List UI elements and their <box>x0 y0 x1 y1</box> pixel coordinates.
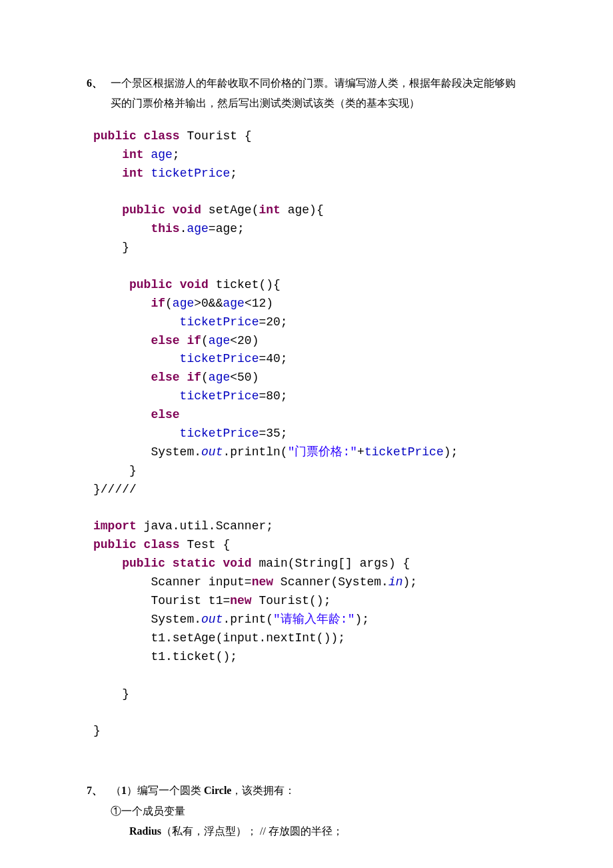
code-token: + <box>357 445 364 459</box>
q7-text: ）编写一个圆类 <box>127 785 204 796</box>
code-token: ( <box>201 371 209 384</box>
code-token: in <box>388 575 403 589</box>
q7-text: ，该类拥有： <box>231 785 295 796</box>
code-token: >0&& <box>194 297 223 310</box>
code-token: ticketPrice <box>93 389 259 403</box>
code-token: Tourist { <box>180 129 252 143</box>
code-token: Scanner(System. <box>273 575 388 589</box>
code-token: ticketPrice <box>93 427 259 440</box>
code-token: else <box>93 334 180 347</box>
code-token: ticket(){ <box>209 278 281 291</box>
q6-line1: 一个景区根据游人的年龄收取不同价格的门票。请编写游人类，根据年龄段决定能够购 <box>111 77 516 89</box>
code-token: java.util.Scanner; <box>137 519 273 533</box>
code-token: Test { <box>180 538 231 551</box>
q7-sub1-text: ①一个成员变量 <box>111 805 185 817</box>
question-7: 7、 （1）编写一个圆类 Circle，该类拥有： <box>87 781 573 801</box>
code-token: setAge( <box>201 203 259 217</box>
code-token: t1.ticket(); <box>93 650 237 663</box>
code-token: void <box>216 557 252 570</box>
code-token: .println( <box>223 445 287 459</box>
code-token: public <box>93 278 173 291</box>
code-token: System. <box>93 613 201 626</box>
code-token: int <box>93 167 144 180</box>
code-token: Tourist(); <box>252 594 331 607</box>
q7-sub2: Radius（私有，浮点型）； // 存放圆的半径； <box>129 821 573 841</box>
code-token: class <box>137 538 180 551</box>
q7-text: 1 <box>121 785 127 796</box>
code-block: public class Tourist { int age; int tick… <box>93 127 573 741</box>
code-token: public <box>93 203 165 217</box>
q7-text: Circle <box>204 785 231 796</box>
code-token: ( <box>165 297 173 310</box>
code-token: Tourist t1= <box>93 594 230 607</box>
question-text: 一个景区根据游人的年龄收取不同价格的门票。请编写游人类，根据年龄段决定能够购 买… <box>111 73 573 114</box>
code-token: static <box>165 557 216 570</box>
code-token: if <box>180 371 201 384</box>
question-6: 6、 一个景区根据游人的年龄收取不同价格的门票。请编写游人类，根据年龄段决定能够… <box>87 73 573 114</box>
code-token: class <box>137 129 180 143</box>
spacer <box>87 761 573 781</box>
code-token: ; <box>173 148 180 161</box>
code-token: age <box>187 222 208 235</box>
code-token: this <box>93 222 180 235</box>
q7-text: （ <box>111 785 121 796</box>
q7-radius-desc: （私有，浮点型）； <box>161 825 257 837</box>
code-token: ticketPrice <box>93 315 259 329</box>
code-token: out <box>201 613 223 626</box>
code-token: age){ <box>281 203 324 217</box>
code-token: else <box>93 371 180 384</box>
code-token: . <box>180 222 187 235</box>
code-token: System. <box>93 445 201 459</box>
document-page: 6、 一个景区根据游人的年龄收取不同价格的门票。请编写游人类，根据年龄段决定能够… <box>0 0 613 868</box>
code-token: <50) <box>230 371 259 384</box>
code-token: =80; <box>259 389 287 403</box>
code-token: if <box>180 334 201 347</box>
code-token: int <box>259 203 280 217</box>
code-token: public <box>93 129 137 143</box>
code-token: out <box>201 445 223 459</box>
code-token: } <box>93 464 137 477</box>
code-token: ( <box>201 334 209 347</box>
code-token: ); <box>444 445 458 459</box>
code-token: else <box>93 408 180 421</box>
code-token: ticketPrice <box>144 167 231 180</box>
code-token: =35; <box>259 427 287 440</box>
question-text: （1）编写一个圆类 Circle，该类拥有： <box>111 781 573 801</box>
code-token: ticketPrice <box>93 352 259 365</box>
code-token: } <box>93 241 129 254</box>
code-token: new <box>230 594 251 607</box>
code-token: age <box>223 297 244 310</box>
code-token: <12) <box>245 297 273 310</box>
code-token: } <box>93 724 101 737</box>
question-number: 6、 <box>87 73 111 114</box>
q7-sub1: ①一个成员变量 <box>111 801 573 821</box>
q7-radius-comment: // 存放圆的半径； <box>257 825 343 837</box>
code-token: "门票价格:" <box>288 445 357 459</box>
code-token: .print( <box>223 613 273 626</box>
code-token: public <box>93 538 137 551</box>
code-token: ; <box>230 167 237 180</box>
code-token: =age; <box>209 222 245 235</box>
code-token: t1.setAge(input.nextInt()); <box>93 631 345 645</box>
q7-radius: Radius <box>129 825 161 837</box>
code-token: <20) <box>230 334 259 347</box>
code-token: new <box>252 575 273 589</box>
code-token: void <box>173 278 209 291</box>
code-token: =20; <box>259 315 287 329</box>
code-token: public <box>93 557 165 570</box>
code-token: } <box>93 687 129 701</box>
code-token: if <box>93 297 165 310</box>
code-token: Scanner input= <box>93 575 252 589</box>
code-token: ); <box>402 575 417 589</box>
code-token: import <box>93 519 137 533</box>
code-token: age <box>209 334 230 347</box>
code-token: ); <box>354 613 369 626</box>
q6-line2: 买的门票价格并输出，然后写出测试类测试该类（类的基本实现） <box>111 97 420 109</box>
question-number: 7、 <box>87 781 111 801</box>
code-token: void <box>165 203 201 217</box>
code-token: =40; <box>259 352 287 365</box>
code-token: main(String[] args) { <box>252 557 410 570</box>
code-token: "请输入年龄:" <box>273 613 354 626</box>
code-token: }///// <box>93 483 137 496</box>
code-token: int <box>93 148 144 161</box>
